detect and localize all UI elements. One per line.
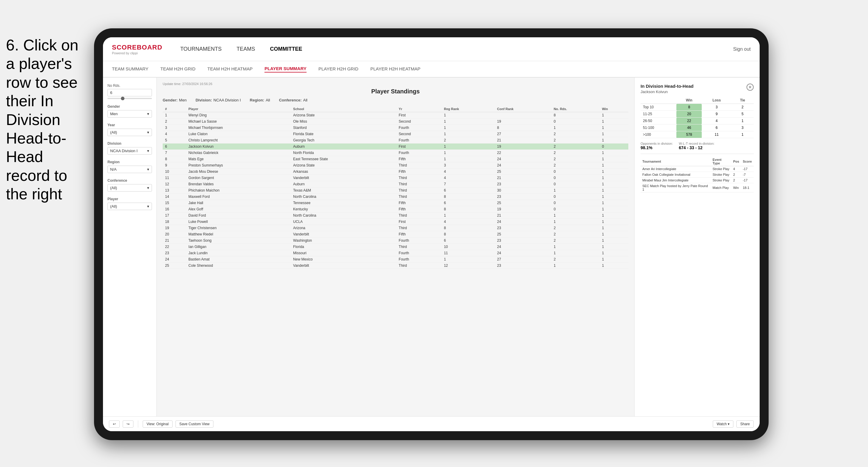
table-row[interactable]: 21 Taehoon Song Washington Fourth 6 23 2… <box>163 238 628 244</box>
rds-cell: 1 <box>551 219 600 225</box>
conf-rank-cell: 25 <box>495 200 551 206</box>
conference-select[interactable]: (All)▾ <box>107 184 152 192</box>
sidebar-no-rds: No Rds. 6 <box>107 84 152 99</box>
col-player: Player <box>186 106 291 112</box>
h2h-col-loss: Loss <box>702 97 731 104</box>
h2h-close-button[interactable]: ✕ <box>746 84 754 91</box>
win-cell: 1 <box>600 125 628 131</box>
reg-rank-cell: 8 <box>441 231 495 238</box>
win-cell: 1 <box>600 119 628 125</box>
table-row[interactable]: 23 Jack Lundin Missouri Fourth 11 24 1 1 <box>163 250 628 256</box>
yr-cell: First <box>396 144 441 150</box>
school-cell: Florida State <box>291 131 396 137</box>
tab-team-h2h-heatmap[interactable]: TEAM H2H HEATMAP <box>208 66 252 72</box>
sidebar-gender: Gender Men▾ <box>107 104 152 118</box>
table-row[interactable]: 12 Brendan Valdes Auburn Third 7 23 0 1 <box>163 181 628 187</box>
table-row[interactable]: 7 Nicholas Gabrieick North Florida Fourt… <box>163 150 628 156</box>
player-select[interactable]: (All)▾ <box>107 203 152 210</box>
player-cell: Matthew Riedel <box>186 231 291 238</box>
table-row[interactable]: 3 Michael Thorbjornsen Stanford Fourth 1… <box>163 125 628 131</box>
year-select[interactable]: (All)▾ <box>107 129 152 136</box>
table-row[interactable]: 14 Maxwell Ford North Carolina Third 8 2… <box>163 194 628 200</box>
table-row[interactable]: 10 Jacob Mou Dleese Arkansas Fifth 4 25 … <box>163 168 628 175</box>
col-conf-rank: Conf Rank <box>495 106 551 112</box>
sign-out-link[interactable]: Sign out <box>733 46 751 52</box>
reg-rank-cell: 1 <box>441 256 495 262</box>
yr-cell: Third <box>396 225 441 231</box>
gender-select[interactable]: Men▾ <box>107 110 152 118</box>
region-select[interactable]: N/A▾ <box>107 166 152 173</box>
conf-rank-cell: 23 <box>495 225 551 231</box>
tab-player-h2h-grid[interactable]: PLAYER H2H GRID <box>318 66 359 72</box>
nav-teams[interactable]: TEAMS <box>237 44 255 54</box>
reg-rank-cell: 3 <box>441 162 495 168</box>
h2h-col-win: Win <box>676 97 702 104</box>
yr-cell: Second <box>396 131 441 137</box>
division-select[interactable]: NCAA Division I▾ <box>107 147 152 155</box>
rank-cell: 20 <box>163 231 186 238</box>
rank-cell: 8 <box>163 156 186 162</box>
no-rds-value[interactable]: 6 <box>107 89 152 96</box>
table-row[interactable]: 5 Christo Lamprecht Georgia Tech Fourth … <box>163 137 628 144</box>
rank-cell: 18 <box>163 219 186 225</box>
h2h-range: >100 <box>641 131 676 138</box>
rds-cell: 2 <box>551 225 600 231</box>
table-row[interactable]: 17 David Ford North Carolina Third 1 21 … <box>163 213 628 219</box>
tab-team-h2h-grid[interactable]: TEAM H2H GRID <box>160 66 195 72</box>
tab-player-h2h-heatmap[interactable]: PLAYER H2H HEATMAP <box>370 66 421 72</box>
rank-cell: 6 <box>163 144 186 150</box>
h2h-loss: 3 <box>702 104 731 111</box>
table-row[interactable]: 25 Cole Sherwood Vanderbilt Third 12 23 … <box>163 262 628 269</box>
win-cell: 1 <box>600 213 628 219</box>
tab-team-summary[interactable]: TEAM SUMMARY <box>112 66 148 72</box>
undo-button[interactable]: ↩ <box>109 421 120 428</box>
player-cell: David Ford <box>186 213 291 219</box>
table-row[interactable]: 19 Tiger Christensen Arizona Third 8 23 … <box>163 225 628 231</box>
table-row[interactable]: 6 Jackson Koivun Auburn First 1 19 2 0 <box>163 144 628 150</box>
reg-rank-cell: 1 <box>441 119 495 125</box>
tablet-frame: SCOREBOARD Powered by clippi TOURNAMENTS… <box>94 28 769 440</box>
save-custom-button[interactable]: Save Custom View <box>176 421 213 428</box>
win-cell: 1 <box>600 150 628 156</box>
table-row[interactable]: 2 Michael La Sasse Ole Miss Second 1 19 … <box>163 119 628 125</box>
table-row[interactable]: 22 Ian Gilligan Florida Third 10 24 1 1 <box>163 244 628 250</box>
table-row[interactable]: 4 Luke Claton Florida State Second 1 27 … <box>163 131 628 137</box>
nav-tournaments[interactable]: TOURNAMENTS <box>180 44 222 54</box>
sidebar-region: Region N/A▾ <box>107 160 152 173</box>
table-row[interactable]: 11 Gordon Sargent Vanderbilt Third 4 21 … <box>163 175 628 181</box>
filter-row: Gender: Men Division: NCAA Division I Re… <box>163 98 628 102</box>
yr-cell: Second <box>396 119 441 125</box>
rank-cell: 4 <box>163 131 186 137</box>
table-row[interactable]: 13 Phichaksn Maichon Texas A&M Third 6 3… <box>163 187 628 194</box>
redo-button[interactable]: ↪ <box>123 421 133 428</box>
view-original-button[interactable]: View: Original <box>143 421 173 428</box>
share-button[interactable]: Share <box>736 421 754 428</box>
h2h-panel: In Division Head-to-Head Jackson Koivun … <box>634 77 760 416</box>
table-row[interactable]: 8 Mats Ege East Tennessee State Fifth 1 … <box>163 156 628 162</box>
table-row[interactable]: 1 Wenyi Ding Arizona State First 1 8 1 <box>163 112 628 119</box>
sub-nav: TEAM SUMMARY TEAM H2H GRID TEAM H2H HEAT… <box>103 61 760 77</box>
nav-committee[interactable]: COMMITTEE <box>270 44 302 54</box>
division-label: Division <box>107 142 152 146</box>
watch-button[interactable]: Watch ▾ <box>713 421 733 428</box>
player-cell: Maxwell Ford <box>186 194 291 200</box>
tab-player-summary[interactable]: PLAYER SUMMARY <box>265 66 307 72</box>
table-row[interactable]: 20 Matthew Riedel Vanderbilt Fifth 8 25 … <box>163 231 628 238</box>
col-win: Win <box>600 106 628 112</box>
rds-cell: 1 <box>551 187 600 194</box>
reg-rank-cell: 8 <box>441 225 495 231</box>
rds-cell: 2 <box>551 162 600 168</box>
tourney-score: -17 <box>741 178 754 183</box>
table-row[interactable]: 16 Alex Goff Kentucky Fifth 8 19 0 1 <box>163 206 628 213</box>
rank-cell: 14 <box>163 194 186 200</box>
rds-cell: 0 <box>551 206 600 213</box>
year-label: Year <box>107 123 152 127</box>
table-row[interactable]: 18 Luke Powell UCLA First 4 24 1 1 <box>163 219 628 225</box>
table-row[interactable]: 24 Bastien Amat New Mexico Fourth 1 27 2… <box>163 256 628 262</box>
rds-cell: 0 <box>551 175 600 181</box>
table-row[interactable]: 9 Preston Summerhays Arizona State Third… <box>163 162 628 168</box>
school-cell: Auburn <box>291 144 396 150</box>
logo-text: SCOREBOARD <box>112 43 162 51</box>
player-cell: Nicholas Gabrieick <box>186 150 291 156</box>
table-row[interactable]: 15 Jake Hall Tennessee Fifth 6 25 0 1 <box>163 200 628 206</box>
